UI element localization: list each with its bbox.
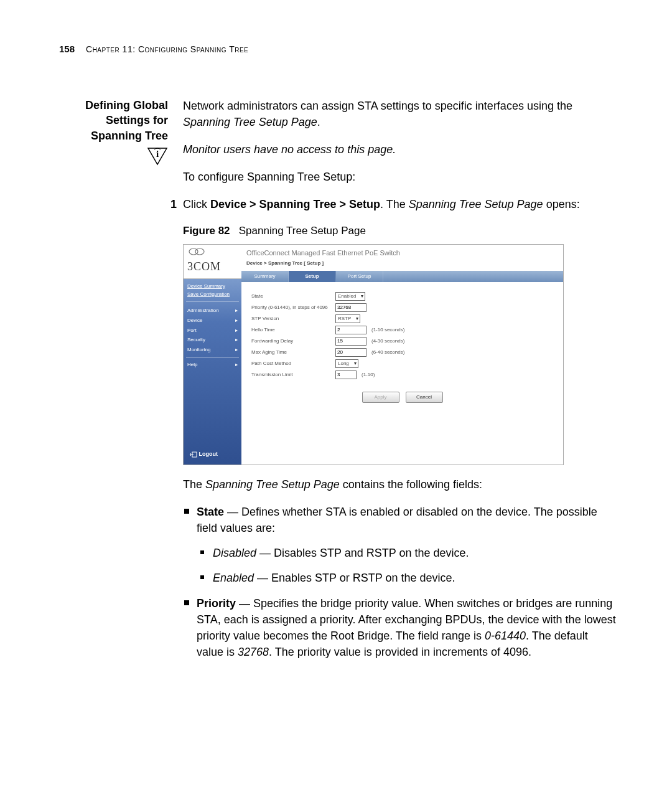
figure-title: Spanning Tree Setup Page [239, 225, 366, 237]
tab-port-setup[interactable]: Port Setup [336, 271, 383, 282]
fields-lead: The Spanning Tree Setup Page contains th… [183, 476, 616, 493]
text: . The priority value is provided in incr… [269, 646, 531, 658]
hint: (6-40 seconds) [371, 349, 404, 356]
chevron-right-icon: ▸ [235, 346, 238, 354]
menu-port[interactable]: Port▸ [184, 326, 241, 336]
tab-summary[interactable]: Summary [241, 271, 289, 282]
logo-text: 3COM [187, 258, 238, 275]
intro-paragraph: Network administrators can assign STA se… [183, 98, 616, 130]
label: Help [187, 361, 197, 369]
chevron-right-icon: ▸ [235, 327, 238, 334]
text: The [183, 478, 205, 491]
menu-help[interactable]: Help▸ [184, 360, 241, 370]
cancel-button[interactable]: Cancel [406, 392, 443, 403]
menu-administration[interactable]: Administration▸ [184, 306, 241, 316]
text: contains the following fields: [340, 478, 482, 491]
label: Monitoring [187, 346, 210, 354]
svg-text:i: i [156, 149, 159, 159]
note: Monitor users have no access to this pag… [183, 141, 616, 158]
section-heading: Defining Global Settings for Spanning Tr… [59, 98, 168, 143]
row-hello-time: Hello Time (1-10 seconds) [251, 324, 553, 336]
tab-setup[interactable]: Setup [289, 271, 336, 282]
value-disabled: Disabled — Disables STP and RSTP on the … [213, 545, 616, 561]
menu-path: Device > Spanning Tree > Setup [210, 198, 380, 210]
label: Max Aging Time [251, 349, 335, 356]
state-select[interactable]: Enabled [335, 292, 365, 301]
field-name: Priority [197, 597, 236, 610]
section: Defining Global Settings for Spanning Tr… [59, 98, 616, 669]
text: — Defines whether STA is enabled or disa… [197, 506, 597, 534]
page: 158 Chapter 11: Configuring Spanning Tre… [0, 0, 672, 706]
link-device-summary[interactable]: Device Summary [187, 283, 238, 291]
max-aging-input[interactable] [335, 348, 366, 357]
label: Transmission Limit [251, 371, 335, 379]
label: Path Cost Method [251, 360, 335, 367]
divider [186, 301, 239, 302]
row-transmission-limit: Transmission Limit (1-10) [251, 369, 553, 380]
step-number: 1 [164, 196, 177, 212]
text: — Disables STP and RSTP on the device. [256, 547, 469, 559]
page-name: Spanning Tree Setup Page [205, 478, 340, 491]
label: State [251, 293, 335, 300]
sidebar-links: Device Summary Save Configuration [184, 279, 241, 300]
label: Security [187, 336, 205, 344]
field-state: State — Defines whether STA is enabled o… [197, 504, 616, 586]
chevron-right-icon: ▸ [235, 336, 238, 344]
sidebar: 3COM Device Summary Save Configuration A… [184, 245, 241, 465]
link-save-configuration[interactable]: Save Configuration [187, 291, 238, 299]
left-column: Defining Global Settings for Spanning Tr… [59, 98, 168, 169]
page-name: Spanning Tree Setup Page [409, 198, 543, 210]
value-name: Disabled [213, 547, 256, 559]
value-enabled: Enabled — Enables STP or RSTP on the dev… [213, 570, 616, 586]
right-column: Network administrators can assign STA se… [183, 98, 616, 669]
text: . The [380, 198, 409, 210]
lead-in: To configure Spanning Tree Setup: [183, 169, 616, 185]
field-list: State — Defines whether STA is enabled o… [183, 504, 616, 660]
forwarding-delay-input[interactable] [335, 337, 366, 346]
apply-button[interactable]: Apply [362, 392, 399, 403]
sidebar-menu: Administration▸ Device▸ Port▸ Security▸ … [184, 304, 241, 356]
svg-point-3 [195, 248, 204, 255]
default: 32768 [238, 646, 269, 658]
page-name: Spanning Tree Setup Page [183, 116, 317, 128]
label: Fordwarding Delay [251, 337, 335, 345]
label: Hello Time [251, 326, 335, 334]
menu-security[interactable]: Security▸ [184, 335, 241, 345]
row-state: State Enabled [251, 291, 553, 302]
label: STP Version [251, 315, 335, 323]
logo-block: 3COM [184, 245, 241, 279]
field-name: State [197, 506, 224, 518]
stp-version-select[interactable]: RSTP [335, 314, 360, 323]
label: Port [187, 327, 197, 334]
path-cost-select[interactable]: Long [335, 359, 358, 368]
row-stp-version: STP Version RSTP [251, 313, 553, 324]
divider [186, 357, 239, 358]
page-header: 158 Chapter 11: Configuring Spanning Tre… [59, 44, 616, 54]
hello-time-input[interactable] [335, 326, 366, 334]
breadcrumb: Device > Spanning Tree [ Setup ] [241, 260, 563, 271]
page-number: 158 [59, 44, 75, 54]
figure-label: Figure 82 [183, 225, 230, 237]
logout-icon [190, 451, 197, 458]
row-forwarding-delay: Fordwarding Delay (4-30 seconds) [251, 336, 553, 347]
value-name: Enabled [213, 572, 254, 584]
chevron-right-icon: ▸ [235, 307, 238, 314]
text: Click [183, 198, 210, 210]
text: . [317, 116, 320, 128]
step-body: Click Device > Spanning Tree > Setup. Th… [183, 196, 580, 212]
range: 0-61440 [485, 630, 526, 642]
menu-device[interactable]: Device▸ [184, 316, 241, 326]
label: Priority (0-61440), in steps of 4096 [251, 304, 335, 311]
logout-button[interactable]: Logout [190, 450, 218, 458]
menu-monitoring[interactable]: Monitoring▸ [184, 345, 241, 355]
label: Administration [187, 307, 219, 314]
info-icon: i [147, 147, 168, 169]
rings-icon [187, 247, 206, 256]
label: Device [187, 317, 202, 324]
form: State Enabled Priority (0-61440), in ste… [241, 282, 563, 412]
transmission-limit-input[interactable] [335, 370, 357, 379]
screenshot: 3COM Device Summary Save Configuration A… [183, 244, 564, 465]
priority-input[interactable] [335, 303, 366, 312]
hint: (1-10) [362, 371, 375, 379]
row-max-aging: Max Aging Time (6-40 seconds) [251, 347, 553, 358]
